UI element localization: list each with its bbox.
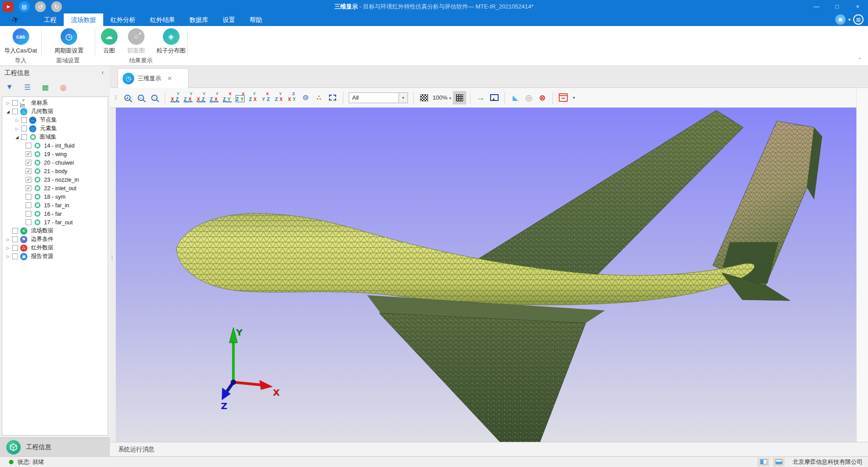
tree-item-surface[interactable]: ✓ 19 - wing bbox=[2, 150, 108, 158]
account-icon[interactable]: ▣ bbox=[835, 14, 846, 25]
view-isometric-button[interactable]: ZXY bbox=[286, 92, 298, 104]
transparency-button[interactable] bbox=[417, 91, 431, 105]
contour-cloud-button[interactable]: ☁ 云图 bbox=[97, 28, 121, 55]
minimize-button[interactable]: — bbox=[806, 0, 827, 13]
locate-target-icon[interactable]: ◎ bbox=[57, 81, 69, 93]
tree-item-surface[interactable]: 15 - far_in bbox=[2, 201, 108, 209]
checkbox[interactable] bbox=[12, 245, 18, 251]
menu-database[interactable]: 数据库 bbox=[182, 13, 215, 26]
archive-button[interactable] bbox=[557, 91, 570, 105]
tree-item-boundary-conditions[interactable]: ▷ ⚑ 边界条件 bbox=[2, 235, 108, 244]
marquee-select-button[interactable] bbox=[326, 91, 339, 105]
menu-settings[interactable]: 设置 bbox=[215, 13, 242, 26]
checkbox[interactable] bbox=[12, 228, 18, 234]
checkbox[interactable]: ✓ bbox=[26, 177, 31, 183]
checkbox[interactable] bbox=[26, 211, 31, 217]
panel-splitter[interactable]: ⁞ bbox=[110, 66, 116, 456]
tab-3d-display[interactable]: ◷ 三维显示 ✕ bbox=[118, 68, 189, 88]
view-back-button[interactable]: YZX bbox=[182, 92, 194, 104]
layout-bottom-panel-toggle[interactable] bbox=[773, 458, 785, 467]
tree-item-surface[interactable]: 14 - int_fluid bbox=[2, 141, 108, 150]
tree-item-surface[interactable]: ✓ 20 - chuiwei bbox=[2, 158, 108, 167]
expander-icon[interactable]: ◢ bbox=[5, 109, 11, 114]
export-view-button[interactable]: → bbox=[474, 91, 487, 105]
screenshot-button[interactable] bbox=[487, 91, 501, 105]
display-filter-combobox[interactable]: All ▾ bbox=[349, 92, 408, 103]
project-info-footer-button[interactable]: 工程信息 bbox=[0, 437, 110, 456]
checkbox[interactable] bbox=[26, 202, 31, 208]
tree-item-surface[interactable]: ✓ 23 - nozzle_in bbox=[2, 175, 108, 184]
mesh-display-toggle[interactable] bbox=[453, 91, 466, 105]
tree-item-surface[interactable]: ✓ 21 - body bbox=[2, 167, 108, 175]
checkbox[interactable] bbox=[26, 219, 31, 225]
ribbon-collapse-icon[interactable]: ⌃ bbox=[858, 57, 862, 63]
view-bottom-button[interactable]: XZY bbox=[234, 92, 246, 104]
combobox-dropdown-icon[interactable]: ▾ bbox=[399, 93, 408, 103]
checkbox[interactable]: ✓ bbox=[26, 160, 31, 166]
tree-item-flowfield-data[interactable]: < 流场数据 bbox=[2, 227, 108, 235]
checkbox[interactable] bbox=[12, 236, 18, 242]
menu-flowfield-data[interactable]: 流场数据 bbox=[64, 13, 103, 26]
layout-left-panel-toggle[interactable] bbox=[758, 458, 769, 467]
view-right-button[interactable]: YZX bbox=[208, 92, 220, 104]
menu-infrared-analysis[interactable]: 红外分析 bbox=[103, 13, 143, 26]
blocks-view-icon[interactable]: ▦ bbox=[39, 81, 51, 93]
checkbox[interactable] bbox=[21, 134, 27, 140]
zoom-out-button[interactable]: − bbox=[134, 91, 148, 105]
expander-icon[interactable]: ▷ bbox=[5, 254, 11, 259]
mirror-button[interactable]: ◣ bbox=[509, 91, 522, 105]
tree-item-surface[interactable]: 16 - far bbox=[2, 209, 108, 218]
maximize-button[interactable]: □ bbox=[827, 0, 847, 13]
perspective-camera-button[interactable]: ⊚ bbox=[299, 91, 312, 105]
checkbox[interactable] bbox=[12, 100, 18, 106]
view-isometric-button[interactable]: YZX bbox=[247, 92, 259, 104]
expander-icon[interactable]: ▷ bbox=[14, 118, 20, 122]
checkbox[interactable]: ✓ bbox=[26, 168, 31, 174]
period-face-settings-button[interactable]: ◷ 周期面设置 bbox=[43, 28, 95, 55]
expander-icon[interactable]: ▷ bbox=[5, 237, 11, 242]
expander-icon[interactable]: ◢ bbox=[14, 135, 20, 140]
checkbox[interactable] bbox=[26, 194, 31, 200]
tree-item-infrared-data[interactable]: ▷ ∴ 红外数据 bbox=[2, 244, 108, 252]
menu-engineering[interactable]: 工程 bbox=[37, 13, 64, 26]
tree-item-surface[interactable]: 18 - sym bbox=[2, 192, 108, 201]
view-left-button[interactable]: YXZ bbox=[195, 92, 207, 104]
toolbar-drag-handle[interactable]: ⁞⁞ bbox=[114, 94, 116, 101]
panel-collapse-icon[interactable]: ‹ bbox=[101, 69, 104, 76]
expander-icon[interactable]: ▷ bbox=[5, 246, 11, 250]
menu-help[interactable]: 帮助 bbox=[242, 13, 269, 26]
tree-item-element-set[interactable]: ▷ ◌ 元素集 bbox=[2, 124, 108, 133]
tree-item-face-set[interactable]: ◢ 面域集 bbox=[2, 133, 108, 141]
checkbox[interactable] bbox=[21, 126, 27, 131]
close-button[interactable]: × bbox=[847, 0, 868, 13]
view-front-button[interactable]: YXZ bbox=[169, 92, 181, 104]
filter-icon[interactable]: ▼ bbox=[4, 81, 15, 93]
view-top-button[interactable]: XZY bbox=[221, 92, 233, 104]
checkbox[interactable]: ✓ bbox=[26, 151, 31, 157]
expander-icon[interactable]: ▷ bbox=[14, 127, 20, 131]
checkbox[interactable] bbox=[26, 143, 31, 148]
import-cas-dat-button[interactable]: cas 导入Cas/Dat bbox=[1, 28, 40, 55]
particle-distribution-button[interactable]: ◈ 粒子分布图 bbox=[151, 28, 191, 55]
tree-item-surface[interactable]: 17 - far_out bbox=[2, 218, 108, 227]
menu-infrared-results[interactable]: 红外结果 bbox=[143, 13, 182, 26]
3d-viewport[interactable]: Y X Z bbox=[116, 108, 856, 442]
tree-item-report-resources[interactable]: ▷ ▣ 报告资源 bbox=[2, 252, 108, 261]
clear-view-button[interactable]: ⊗ bbox=[535, 91, 549, 105]
expander-icon[interactable]: ▷ bbox=[5, 101, 11, 105]
manual-icon[interactable]: ▥ bbox=[853, 14, 864, 25]
checkbox[interactable] bbox=[21, 117, 27, 123]
tree-item-geometry-data[interactable]: ◢ △ 几何数据 bbox=[2, 107, 108, 116]
tree-item-surface[interactable]: ✓ 22 - inlet_out bbox=[2, 184, 108, 192]
list-view-icon[interactable]: ☰ bbox=[22, 81, 33, 93]
zoom-fit-button[interactable]: ▫ bbox=[148, 91, 161, 105]
chevron-down-icon[interactable]: ▾ bbox=[848, 17, 850, 22]
checkbox[interactable] bbox=[12, 253, 18, 259]
zoom-in-button[interactable]: + bbox=[121, 91, 134, 105]
view-isometric-button[interactable]: YZX bbox=[273, 92, 285, 104]
zoom-level-dropdown[interactable]: 100% ▾ bbox=[433, 94, 451, 101]
tree-item-node-set[interactable]: ▷ ↔ 节点集 bbox=[2, 116, 108, 124]
tree-item-coordinate-system[interactable]: ▷ Yzx 坐标系 bbox=[2, 99, 108, 107]
tab-close-icon[interactable]: ✕ bbox=[167, 75, 172, 82]
link-nodes-button[interactable]: ◎ bbox=[522, 91, 535, 105]
